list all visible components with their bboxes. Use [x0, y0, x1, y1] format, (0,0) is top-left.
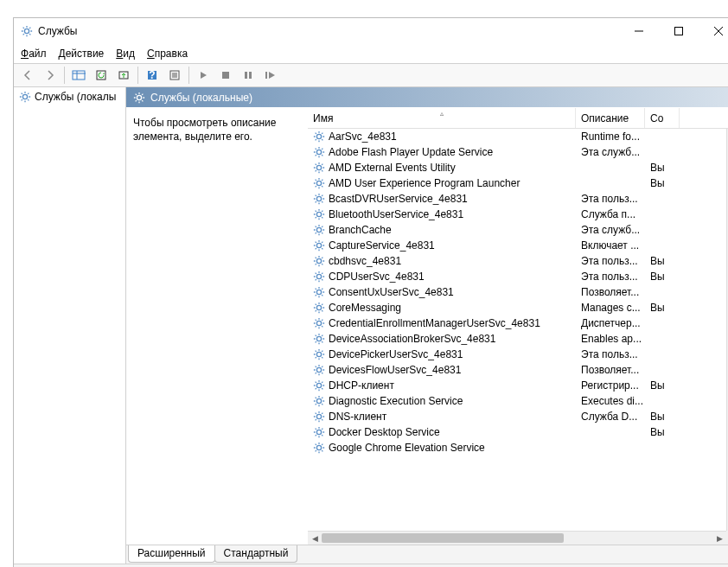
service-row[interactable]: Diagnostic Execution ServiceExecutes di.… [308, 393, 726, 409]
properties-button[interactable] [164, 66, 185, 85]
service-row[interactable]: DHCP-клиентРегистрир...Вы [308, 378, 726, 393]
svg-point-42 [316, 445, 321, 449]
service-name: CredentialEnrollmentManagerUserSvc_4e831 [329, 317, 540, 329]
service-row[interactable]: AMD User Experience Program LauncherВы [308, 175, 726, 191]
hscroll-thumb[interactable] [322, 533, 564, 543]
close-button[interactable] [699, 18, 728, 44]
service-row[interactable]: CDPUserSvc_4e831Эта польз...Вы [308, 269, 726, 284]
menu-action[interactable]: Действие [59, 48, 105, 60]
gear-icon [313, 208, 325, 220]
tab-extended[interactable]: Расширенный [128, 545, 215, 563]
refresh-button[interactable] [91, 66, 112, 85]
forward-button[interactable] [40, 66, 61, 85]
service-name: Docker Desktop Service [329, 426, 440, 438]
service-row[interactable]: Adobe Flash Player Update ServiceЭта слу… [308, 144, 726, 160]
separator [64, 67, 65, 84]
gear-icon [133, 92, 145, 104]
services-rows[interactable]: AarSvc_4e831Runtime fo...Adobe Flash Pla… [308, 129, 726, 531]
menu-help[interactable]: Справка [147, 48, 188, 60]
app-icon [21, 25, 33, 37]
service-status: Вы [650, 271, 665, 283]
svg-point-32 [316, 290, 321, 294]
column-status[interactable]: Со [645, 108, 680, 128]
window-title: Службы [38, 25, 77, 37]
separator [137, 67, 138, 84]
svg-point-25 [316, 181, 321, 185]
pause-button[interactable] [238, 66, 259, 85]
service-row[interactable]: DeviceAssociationBrokerSvc_4e831Enables … [308, 331, 726, 347]
maximize-button[interactable] [659, 18, 699, 44]
service-name: CDPUserSvc_4e831 [329, 271, 425, 283]
service-name: DeviceAssociationBrokerSvc_4e831 [329, 333, 495, 345]
service-row[interactable]: Docker Desktop ServiceВы [308, 424, 726, 440]
service-row[interactable]: CaptureService_4e831Включает ... [308, 238, 726, 253]
service-row[interactable]: BcastDVRUserService_4e831Эта польз... [308, 191, 726, 207]
service-row[interactable]: CredentialEnrollmentManagerUserSvc_4e831… [308, 315, 726, 331]
svg-rect-2 [675, 28, 683, 35]
gear-icon [313, 177, 325, 189]
tree-pane[interactable]: Службы (локалы [14, 87, 126, 564]
service-row[interactable]: CoreMessagingManages c...Вы [308, 300, 726, 315]
svg-rect-19 [265, 72, 267, 79]
svg-point-29 [316, 243, 321, 247]
menu-file[interactable]: Файл [21, 48, 47, 60]
service-row[interactable]: Google Chrome Elevation Service [308, 440, 726, 456]
service-row[interactable]: BluetoothUserService_4e831Служба п... [308, 207, 726, 222]
scroll-left-icon[interactable]: ◀ [308, 532, 322, 545]
gear-icon [313, 317, 325, 329]
help-button[interactable]: ? [142, 66, 163, 85]
services-window: { "title": "Службы", "menu": { "file": "… [13, 17, 728, 567]
scroll-right-icon[interactable]: ▶ [712, 532, 726, 545]
gear-icon [19, 91, 31, 103]
column-name[interactable]: Имя ▵ [308, 108, 576, 128]
gear-icon [313, 193, 325, 205]
gear-icon [313, 426, 325, 438]
service-row[interactable]: ConsentUxUserSvc_4e831Позволяет... [308, 284, 726, 300]
service-row[interactable]: DevicesFlowUserSvc_4e831Позволяет... [308, 362, 726, 378]
window-controls [619, 18, 728, 44]
service-status: Вы [650, 162, 665, 174]
stop-button[interactable] [215, 66, 236, 85]
service-desc: Эта польз... [581, 255, 638, 267]
service-row[interactable]: cbdhsvc_4e831Эта польз...Вы [308, 253, 726, 269]
service-status: Вы [650, 426, 665, 438]
tab-standard[interactable]: Стандартный [214, 545, 298, 563]
gear-icon [313, 162, 325, 174]
export-button[interactable] [113, 66, 134, 85]
service-name: CoreMessaging [329, 302, 401, 314]
service-row[interactable]: BranchCacheЭта служб... [308, 222, 726, 238]
gear-icon [313, 271, 325, 283]
service-desc: Эта польз... [581, 193, 638, 205]
svg-point-40 [316, 414, 321, 418]
service-desc: Эта служб... [581, 224, 640, 236]
svg-point-34 [316, 321, 321, 325]
start-button[interactable] [193, 66, 214, 85]
horizontal-scrollbar[interactable]: ◀ ▶ [308, 531, 726, 545]
service-status: Вы [650, 302, 665, 314]
service-name: CaptureService_4e831 [329, 239, 435, 252]
tree-root-item[interactable]: Службы (локалы [16, 89, 124, 105]
back-button[interactable] [17, 66, 38, 85]
gear-icon [313, 411, 325, 423]
svg-point-24 [316, 165, 321, 169]
minimize-button[interactable] [619, 18, 659, 44]
show-hide-tree-button[interactable] [68, 66, 89, 85]
service-desc: Служба п... [581, 208, 635, 220]
service-name: cbdhsvc_4e831 [329, 255, 401, 267]
gear-icon [313, 302, 325, 314]
menubar: Файл Действие Вид Справка [14, 44, 728, 63]
svg-point-41 [316, 430, 321, 434]
service-row[interactable]: AarSvc_4e831Runtime fo... [308, 129, 726, 144]
svg-rect-5 [73, 71, 85, 80]
gear-icon [313, 146, 325, 158]
service-row[interactable]: DevicePickerUserSvc_4e831Эта польз... [308, 347, 726, 362]
service-desc: Runtime fo... [581, 131, 640, 143]
service-desc: Позволяет... [581, 364, 639, 376]
service-row[interactable]: DNS-клиентСлужба D...Вы [308, 409, 726, 424]
service-name: Diagnostic Execution Service [329, 395, 463, 407]
sort-indicator-icon: ▵ [440, 110, 444, 118]
column-description[interactable]: Описание [576, 108, 645, 128]
restart-button[interactable] [260, 66, 281, 85]
service-row[interactable]: AMD External Events UtilityВы [308, 160, 726, 175]
menu-view[interactable]: Вид [116, 48, 135, 60]
